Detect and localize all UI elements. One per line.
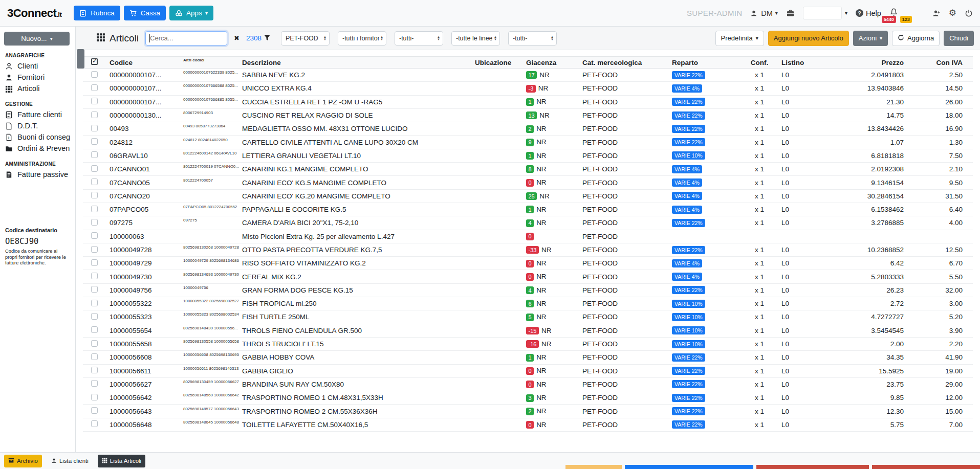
- row-checkbox[interactable]: [91, 84, 98, 91]
- nr-label: NR: [536, 219, 547, 227]
- row-checkbox[interactable]: [91, 300, 98, 306]
- row-checkbox[interactable]: [91, 326, 98, 333]
- rubrica-button[interactable]: Rubrica: [74, 6, 120, 20]
- select-all-checkbox[interactable]: [91, 58, 98, 65]
- row-checkbox[interactable]: [91, 232, 98, 239]
- categoria-cell: PET-FOOD: [580, 381, 670, 388]
- altri-codici-cell: 8025698148645 10000056648: [181, 420, 240, 425]
- power-icon[interactable]: [965, 9, 973, 17]
- codice-cell: 000000000130...: [103, 111, 181, 119]
- con-iva-cell: 7.00: [918, 421, 973, 429]
- row-checkbox[interactable]: [91, 420, 98, 427]
- filter-count-chip[interactable]: 2308: [246, 34, 270, 43]
- sidebar-item-fatture-clienti[interactable]: Fatture clienti: [4, 109, 71, 120]
- table-row: 000000000107...000000000107666588 8025..…: [83, 82, 973, 95]
- briefcase-icon[interactable]: [786, 9, 795, 17]
- reparto-cell: VARIE 4%: [670, 165, 742, 173]
- column-header-prezzo[interactable]: Prezzo: [826, 59, 918, 66]
- column-header-con-iva[interactable]: Con IVA: [918, 59, 973, 66]
- row-checkbox[interactable]: [91, 206, 98, 212]
- giacenza-cell: 0NR: [524, 381, 580, 389]
- user-menu[interactable]: DM ▾: [750, 9, 778, 17]
- row-checkbox[interactable]: [91, 165, 98, 172]
- row-checkbox[interactable]: [91, 125, 98, 131]
- column-header-ubicazione[interactable]: Ubicazione: [473, 59, 524, 66]
- nr-label: NR: [539, 111, 550, 119]
- lista-articoli-button[interactable]: Lista Articoli: [98, 455, 145, 467]
- row-checkbox[interactable]: [91, 219, 98, 226]
- descrizione-cell: GABBIA GIGLIO: [240, 367, 473, 375]
- add-article-button[interactable]: Aggiungi nuovo Articolo: [768, 31, 849, 46]
- filter-select[interactable]: -tutti-▲▼: [395, 31, 443, 46]
- row-checkbox[interactable]: [91, 178, 98, 185]
- row-checkbox[interactable]: [91, 273, 98, 279]
- codice-destinatario-panel: Codice destinatario OE8CJ90 Codice da co…: [4, 227, 71, 266]
- row-checkbox[interactable]: [91, 340, 98, 347]
- nuovo-button[interactable]: Nuovo... ▾: [4, 32, 70, 46]
- sidebar-item-articoli[interactable]: Articoli: [4, 83, 71, 94]
- refresh-button[interactable]: Aggiorna: [892, 31, 940, 46]
- altri-codici-cell: 07PAPCO05 8012224700552: [181, 205, 240, 209]
- apps-button[interactable]: Apps ▾: [169, 6, 213, 20]
- column-header-reparto[interactable]: Reparto: [670, 59, 742, 66]
- nr-label: NR: [536, 138, 547, 146]
- gear-icon[interactable]: ⚙: [949, 9, 956, 17]
- row-checkbox[interactable]: [91, 380, 98, 387]
- archivio-button[interactable]: Archivio: [4, 455, 42, 467]
- chiudi-button[interactable]: Chiudi: [944, 31, 974, 46]
- predefinita-button[interactable]: Predefinita ▾: [715, 31, 764, 46]
- filter-select[interactable]: -tutti-▲▼: [508, 31, 557, 46]
- descrizione-cell: GRAN FORMA DOG PESCE KG.15: [240, 286, 473, 294]
- row-checkbox[interactable]: [91, 394, 98, 400]
- sidebar-item-d-d-t[interactable]: D.D.T.: [4, 120, 71, 131]
- filter-select[interactable]: -tutti i fornitori-▲▼: [338, 31, 386, 46]
- row-checkbox[interactable]: [91, 151, 98, 158]
- row-checkbox[interactable]: [91, 313, 98, 320]
- sidebar-item-fatture-passive[interactable]: Fatture passive: [4, 169, 71, 180]
- row-checkbox[interactable]: [91, 286, 98, 293]
- column-header-codice[interactable]: Codice: [103, 59, 181, 66]
- row-checkbox[interactable]: [91, 98, 98, 104]
- app-logo[interactable]: 3Connect.it: [7, 7, 61, 20]
- descrizione-cell: THROLS FIENO CALENDULA GR.500: [240, 327, 473, 334]
- lista-clienti-button[interactable]: Lista clienti: [47, 455, 93, 467]
- clear-search-icon[interactable]: ✖: [234, 34, 239, 42]
- help-button[interactable]: ? Help: [856, 9, 881, 17]
- cassa-button[interactable]: Cassa: [124, 6, 166, 20]
- sidebar-item-buoni-di-consegna[interactable]: x̄Buoni di consegna: [4, 131, 71, 143]
- add-user-icon[interactable]: [932, 9, 941, 17]
- table-row: 000000000107...000000000107622339 8025..…: [83, 69, 973, 82]
- company-select[interactable]: [803, 7, 842, 19]
- prezzo-cell: 14.75: [826, 111, 918, 119]
- prezzo-cell: 5.75: [826, 421, 918, 429]
- row-checkbox[interactable]: [91, 367, 98, 373]
- row-checkbox[interactable]: [91, 407, 98, 414]
- column-header-cat-merceologica[interactable]: Cat. merceologica: [580, 59, 670, 66]
- column-header-altri-codici[interactable]: Altri codici: [181, 58, 240, 62]
- azioni-button[interactable]: Azioni ▾: [853, 31, 888, 46]
- page-title: Articoli: [96, 32, 139, 44]
- row-checkbox[interactable]: [91, 246, 98, 253]
- categoria-cell: PET-FOOD: [580, 313, 670, 321]
- person-icon: [51, 458, 57, 464]
- categoria-cell: PET-FOOD: [580, 139, 670, 146]
- scroll-handle[interactable]: [77, 49, 84, 69]
- column-header-listino[interactable]: Listino: [777, 59, 826, 66]
- row-checkbox[interactable]: [91, 111, 98, 118]
- sidebar-item-fornitori[interactable]: Fornitori: [4, 72, 71, 83]
- row-checkbox[interactable]: [91, 138, 98, 145]
- column-header-giacenza[interactable]: Giacenza: [524, 59, 580, 66]
- filter-select[interactable]: -tutte le linee-▲▼: [451, 31, 500, 46]
- notifications-button[interactable]: 5440 123: [889, 8, 898, 19]
- column-header-conf[interactable]: Conf.: [742, 59, 777, 66]
- row-checkbox[interactable]: [91, 353, 98, 360]
- column-header-descrizione[interactable]: Descrizione: [240, 59, 473, 66]
- sidebar-item-ordini-preventivi[interactable]: Ordini & Preventivi: [4, 143, 71, 154]
- row-checkbox[interactable]: [91, 259, 98, 266]
- row-checkbox[interactable]: [91, 71, 98, 78]
- row-checkbox[interactable]: [91, 192, 98, 198]
- select-arrows-icon: ▲▼: [323, 36, 326, 41]
- filter-select[interactable]: PET-FOOD▲▼: [281, 31, 330, 46]
- search-input[interactable]: [145, 31, 227, 46]
- sidebar-item-clienti[interactable]: Clienti: [4, 60, 71, 72]
